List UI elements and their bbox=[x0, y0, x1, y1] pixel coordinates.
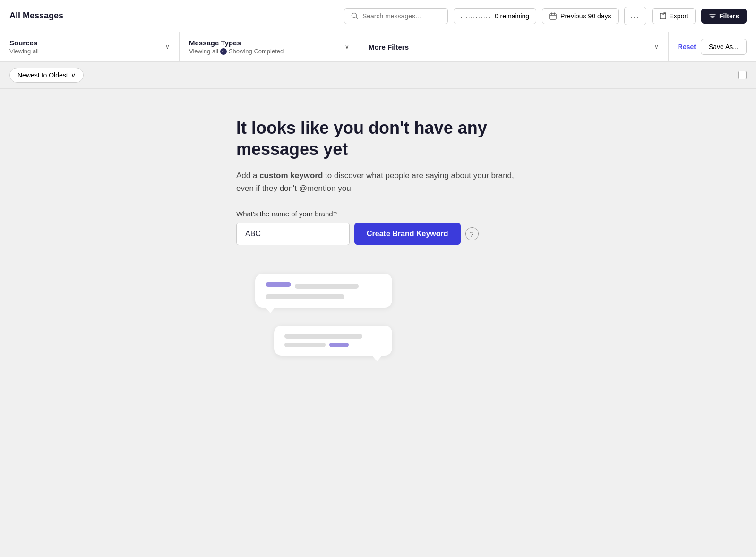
help-icon[interactable]: ? bbox=[465, 227, 479, 240]
svg-rect-2 bbox=[550, 14, 556, 19]
sources-label: Sources bbox=[9, 39, 39, 47]
main-content: It looks like you don't have any message… bbox=[0, 89, 756, 467]
sort-bar: Newest to Oldest ∨ bbox=[0, 62, 756, 89]
sources-sublabel: Viewing all bbox=[9, 48, 39, 55]
top-bar: All Messages ............ 0 remaining Pr… bbox=[0, 0, 756, 32]
bubble-row bbox=[266, 282, 382, 291]
more-filters-chevron: ∨ bbox=[654, 43, 659, 50]
filters-label: Filters bbox=[719, 12, 739, 20]
message-types-label: Message Types bbox=[189, 39, 284, 47]
export-icon bbox=[659, 12, 667, 20]
export-button[interactable]: Export bbox=[652, 8, 696, 24]
search-box[interactable] bbox=[344, 8, 448, 24]
filter-actions: Reset Save As... bbox=[668, 32, 756, 61]
date-range-button[interactable]: Previous 90 days bbox=[542, 8, 618, 24]
brand-name-input[interactable] bbox=[236, 223, 350, 245]
search-icon bbox=[351, 12, 359, 20]
filter-bar: Sources Viewing all ∨ Message Types View… bbox=[0, 32, 756, 62]
desc-prefix: Add a bbox=[236, 171, 259, 180]
calendar-icon bbox=[549, 12, 557, 20]
remaining-label: 0 remaining bbox=[495, 12, 529, 20]
reset-link[interactable]: Reset bbox=[678, 43, 696, 51]
completed-badge: ✓ bbox=[220, 48, 227, 55]
more-dots: ... bbox=[630, 11, 640, 21]
message-types-chevron: ∨ bbox=[345, 43, 349, 50]
sources-filter[interactable]: Sources Viewing all ∨ bbox=[0, 32, 180, 61]
search-input[interactable] bbox=[362, 12, 441, 20]
svg-line-1 bbox=[356, 17, 358, 19]
chat-bubble-1 bbox=[255, 274, 392, 308]
select-all-checkbox[interactable] bbox=[738, 71, 747, 79]
page-title: All Messages bbox=[9, 11, 63, 21]
more-filters-label: More Filters bbox=[369, 43, 409, 51]
message-types-filter[interactable]: Message Types Viewing all ✓ Showing Comp… bbox=[180, 32, 359, 61]
sort-dropdown[interactable]: Newest to Oldest ∨ bbox=[9, 68, 84, 83]
sources-chevron: ∨ bbox=[165, 43, 170, 50]
bubble-accent-line bbox=[266, 282, 291, 287]
remaining-dots: ............ bbox=[461, 13, 491, 19]
empty-description: Add a custom keyword to discover what pe… bbox=[236, 169, 520, 195]
sort-label: Newest to Oldest bbox=[17, 71, 68, 79]
empty-state: It looks like you don't have any message… bbox=[236, 117, 520, 377]
bubble-gray-line-3 bbox=[284, 334, 362, 339]
bubble-accent-line-2 bbox=[329, 343, 349, 347]
brand-form-row: Create Brand Keyword ? bbox=[236, 223, 520, 245]
bubble-gray-line-4 bbox=[284, 343, 326, 347]
sort-chevron: ∨ bbox=[71, 71, 76, 79]
message-types-sublabel: Viewing all ✓ Showing Completed bbox=[189, 48, 284, 55]
help-icon-label: ? bbox=[470, 230, 473, 238]
chat-illustration bbox=[236, 274, 397, 377]
more-options-button[interactable]: ... bbox=[624, 7, 646, 25]
filters-icon bbox=[709, 12, 716, 20]
date-range-label: Previous 90 days bbox=[560, 12, 611, 20]
save-as-button[interactable]: Save As... bbox=[701, 39, 747, 55]
bubble-gray-line bbox=[295, 284, 359, 289]
filters-button[interactable]: Filters bbox=[701, 9, 747, 24]
more-filters[interactable]: More Filters ∨ bbox=[359, 32, 668, 61]
desc-bold: custom keyword bbox=[259, 171, 323, 180]
empty-heading: It looks like you don't have any message… bbox=[236, 117, 520, 160]
bubble-gray-line-2 bbox=[266, 294, 344, 299]
export-label: Export bbox=[670, 12, 688, 20]
chat-bubble-2 bbox=[274, 326, 392, 356]
svg-rect-6 bbox=[660, 13, 666, 19]
brand-form-label: What's the name of your brand? bbox=[236, 210, 520, 218]
create-brand-keyword-button[interactable]: Create Brand Keyword bbox=[354, 223, 461, 245]
remaining-button[interactable]: ............ 0 remaining bbox=[454, 8, 536, 24]
bubble-row-2 bbox=[284, 343, 382, 347]
